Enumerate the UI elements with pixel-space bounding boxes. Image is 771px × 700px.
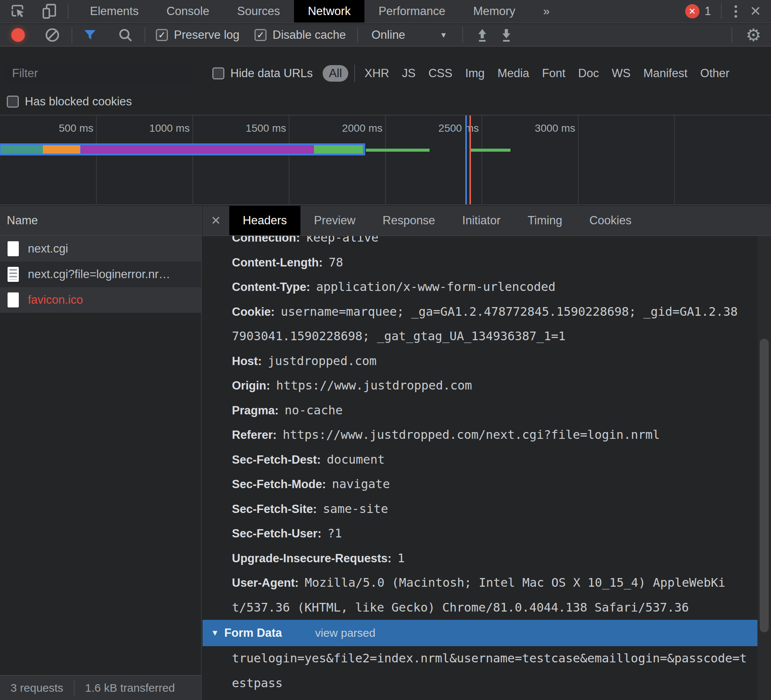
filter-type-font[interactable]: Font (536, 67, 572, 80)
header-line-origin: Origin:https://www.justdropped.com (203, 374, 758, 398)
preserve-log-checkbox[interactable] (156, 29, 168, 41)
scrollbar-thumb[interactable] (760, 339, 769, 632)
divider (732, 27, 732, 43)
form-data-line: truelogin=yes&file2=index.nrml&username=… (203, 646, 758, 671)
close-detail-icon[interactable]: ✕ (211, 214, 221, 227)
timeline-tick-label: 1000 ms (126, 122, 190, 134)
request-list-pane: Name next.cginext.cgi?file=loginerror.nr… (0, 206, 202, 700)
inspect-element-icon[interactable] (10, 3, 26, 19)
header-value: no-cache (285, 403, 343, 417)
detail-scrollbar[interactable] (758, 236, 771, 700)
kebab-menu-icon[interactable] (735, 5, 737, 18)
filter-type-ws[interactable]: WS (605, 67, 637, 80)
detail-tab-cookies[interactable]: Cookies (576, 206, 645, 235)
request-rows: next.cginext.cgi?file=loginerror.nr…favi… (0, 236, 201, 313)
filter-type-doc[interactable]: Doc (572, 67, 605, 80)
header-key: Pragma: (232, 404, 278, 417)
header-key: Connection: (232, 236, 300, 244)
header-key: Content-Type: (232, 280, 310, 294)
blocked-cookies-bar: Has blocked cookies (0, 90, 771, 113)
timeline-tick-label: 1500 ms (222, 122, 286, 134)
document-icon (8, 292, 19, 307)
timeline-gridline (192, 115, 193, 205)
filter-type-manifest[interactable]: Manifest (637, 67, 694, 80)
import-har-icon[interactable] (474, 27, 490, 43)
filter-type-js[interactable]: JS (396, 67, 422, 80)
header-line-sec-fetch-dest: Sec-Fetch-Dest:document (203, 447, 758, 472)
clear-network-log-icon[interactable] (44, 27, 60, 43)
waterfall-phase-segment (81, 145, 314, 154)
filter-type-other[interactable]: Other (694, 67, 736, 80)
divider (721, 3, 722, 19)
header-key: User-Agent: (232, 576, 299, 590)
divider (357, 27, 358, 43)
detail-tabbar: ✕ HeadersPreviewResponseInitiatorTimingC… (203, 206, 771, 236)
filter-type-media[interactable]: Media (491, 67, 535, 80)
main-tab-more[interactable]: » (529, 0, 564, 23)
request-name: next.cgi (28, 242, 68, 255)
transferred-size: 1.6 kB transferred (85, 682, 175, 694)
filter-type-img[interactable]: Img (459, 67, 491, 80)
export-har-icon[interactable] (498, 27, 514, 43)
header-key: Upgrade-Insecure-Requests: (232, 552, 392, 565)
header-line-referer: Referer:https://www.justdropped.com/next… (203, 422, 758, 447)
divider (74, 681, 75, 695)
triangle-down-icon: ▼ (211, 628, 219, 638)
header-value: document (327, 452, 385, 467)
header-key: Referer: (232, 428, 277, 442)
view-parsed-link[interactable]: view parsed (315, 627, 375, 640)
name-column-header[interactable]: Name (0, 206, 201, 236)
detail-tab-initiator[interactable]: Initiator (449, 206, 514, 235)
request-row-next-cgi-file-loginerror-nr[interactable]: next.cgi?file=loginerror.nr… (0, 261, 201, 287)
chevron-down-icon: ▼ (440, 31, 447, 39)
network-overview-timeline[interactable]: 500 ms1000 ms1500 ms2000 ms2500 ms3000 m… (0, 115, 771, 205)
main-tab-performance[interactable]: Performance (364, 0, 459, 23)
network-filter-bar: Hide data URLs AllXHRJSCSSImgMediaFontDo… (0, 53, 771, 94)
main-tab-memory[interactable]: Memory (459, 0, 529, 23)
error-badge-icon[interactable]: ✕ (685, 4, 699, 18)
header-line-sec-fetch-site: Sec-Fetch-Site:same-site (203, 497, 758, 521)
header-key: Cookie: (232, 305, 275, 318)
detail-tab-preview[interactable]: Preview (301, 206, 369, 235)
waterfall-request-tail (471, 149, 511, 152)
close-devtools-icon[interactable]: ✕ (750, 5, 761, 18)
detail-tab-timing[interactable]: Timing (514, 206, 576, 235)
header-value: navigate (332, 477, 390, 491)
main-tab-console[interactable]: Console (153, 0, 223, 23)
divider (462, 27, 463, 43)
filter-type-all[interactable]: All (323, 65, 348, 82)
header-key: Origin: (232, 379, 270, 392)
detail-tabs: HeadersPreviewResponseInitiatorTimingCoo… (229, 206, 645, 235)
hide-data-urls-checkbox[interactable] (212, 67, 224, 80)
header-line-upgrade-insecure-requests: Upgrade-Insecure-Requests:1 (203, 546, 758, 571)
filter-input[interactable] (5, 63, 191, 84)
divider (72, 27, 72, 43)
request-row-next-cgi[interactable]: next.cgi (0, 236, 201, 261)
request-name: favicon.ico (28, 293, 83, 307)
header-line-sec-fetch-mode: Sec-Fetch-Mode:navigate (203, 472, 758, 497)
search-icon[interactable] (117, 27, 133, 43)
request-row-favicon-ico[interactable]: favicon.ico (0, 287, 201, 313)
record-network-log-icon[interactable] (11, 28, 25, 42)
main-tab-sources[interactable]: Sources (223, 0, 294, 23)
main-tab-network[interactable]: Network (294, 0, 365, 23)
header-line-connection: Connection:keep-alive (203, 236, 758, 250)
headers-content: Connection:keep-aliveContent-Length:78Co… (203, 236, 758, 700)
filter-type-xhr[interactable]: XHR (358, 67, 395, 80)
device-toolbar-icon[interactable] (41, 3, 58, 20)
header-key: Sec-Fetch-Mode: (232, 477, 326, 491)
timeline-gridline (96, 115, 97, 205)
main-tab-elements[interactable]: Elements (76, 0, 153, 23)
filter-funnel-icon[interactable] (82, 27, 98, 43)
disable-cache-label: Disable cache (273, 28, 346, 42)
has-blocked-cookies-checkbox[interactable] (7, 96, 19, 108)
detail-tab-response[interactable]: Response (369, 206, 449, 235)
filter-type-css[interactable]: CSS (422, 67, 459, 80)
form-data-section-header[interactable]: ▼ Form Data view parsed (203, 620, 758, 646)
detail-tab-headers[interactable]: Headers (229, 206, 301, 235)
settings-gear-icon[interactable]: ⚙ (746, 26, 761, 44)
divider (354, 65, 355, 82)
disable-cache-checkbox[interactable] (254, 29, 267, 41)
throttling-value: Online (372, 28, 405, 42)
throttling-select[interactable]: Online ▼ (372, 28, 447, 42)
